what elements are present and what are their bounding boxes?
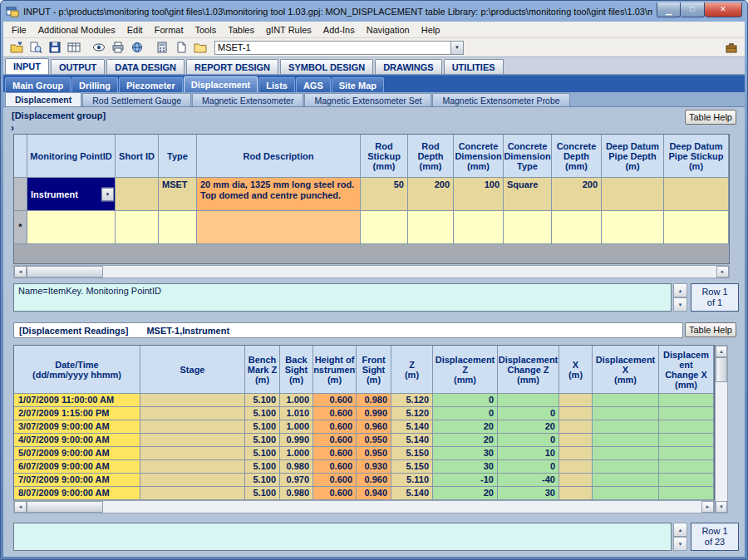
concrete-dimension-type-cell[interactable]: Square — [504, 178, 552, 211]
table-cell[interactable] — [593, 460, 659, 474]
tab-utilities[interactable]: UTILITIES — [444, 59, 504, 74]
spreadsheet-icon[interactable] — [65, 40, 83, 56]
table-cell[interactable]: 0 — [433, 394, 498, 407]
menu-edit[interactable]: Edit — [121, 23, 149, 37]
table-cell[interactable]: 1.000 — [280, 394, 313, 407]
table-cell[interactable] — [659, 394, 714, 407]
new-concrete-depth-cell[interactable] — [552, 211, 602, 244]
table-cell[interactable] — [593, 434, 659, 447]
rod-description-cell[interactable]: 20 mm dia, 1325 mm long steel rod. Top d… — [197, 178, 361, 211]
table-cell[interactable]: 0.600 — [313, 447, 357, 460]
table-cell[interactable] — [659, 434, 714, 447]
table-cell[interactable] — [659, 474, 714, 487]
menu-format[interactable]: Format — [149, 23, 189, 37]
tab-report-design[interactable]: REPORT DESIGN — [186, 59, 278, 74]
table-cell[interactable]: 0.950 — [357, 447, 391, 460]
table-cell[interactable] — [593, 487, 659, 500]
table-cell[interactable]: 0 — [498, 434, 559, 447]
readings-horizontal-scrollbar[interactable]: ◄ ► — [13, 500, 715, 513]
new-deep-datum-pipe-stickup-cell[interactable] — [664, 211, 729, 244]
scroll-down-icon[interactable]: ▼ — [716, 501, 727, 513]
table-cell[interactable]: 30 — [433, 460, 498, 474]
table-cell[interactable]: 0.960 — [357, 420, 391, 434]
menu-help[interactable]: Help — [416, 23, 446, 37]
tab-piezometer[interactable]: Piezometer — [119, 77, 183, 92]
table-cell[interactable]: 20 — [498, 420, 559, 434]
table-cell[interactable] — [559, 447, 593, 460]
table-cell[interactable]: 5.100 — [245, 407, 280, 420]
spin-down-icon[interactable]: ▼ — [673, 297, 687, 312]
table-cell[interactable]: 1/07/2009 11:00:00 AM — [14, 394, 140, 407]
table-cell[interactable]: 10 — [498, 447, 559, 460]
tab-displacement[interactable]: Displacement — [184, 76, 258, 92]
tab-ags[interactable]: AGS — [296, 77, 331, 92]
table-cell[interactable]: 5.140 — [391, 487, 433, 500]
table-cell[interactable]: 0.990 — [280, 434, 313, 447]
table-cell[interactable] — [140, 407, 245, 420]
table-cell[interactable]: -40 — [498, 474, 559, 487]
table-cell[interactable] — [559, 460, 593, 474]
table-cell[interactable]: 0.600 — [313, 407, 357, 420]
table-cell[interactable]: 20 — [433, 420, 498, 434]
briefcase-icon[interactable] — [722, 40, 741, 56]
scroll-left-icon[interactable]: ◄ — [14, 266, 27, 278]
table-cell[interactable]: 0.950 — [357, 434, 391, 447]
subtab-displacement[interactable]: Displacement — [5, 92, 81, 106]
table-cell[interactable] — [559, 434, 593, 447]
point-id-combobox[interactable]: MSET-1 ▼ — [214, 41, 464, 55]
menu-navigation[interactable]: Navigation — [361, 23, 416, 37]
concrete-dimension-cell[interactable]: 100 — [454, 178, 504, 211]
scroll-left-icon[interactable]: ◄ — [14, 501, 27, 513]
table-cell[interactable] — [559, 487, 593, 500]
minimize-button[interactable]: ▁ — [657, 2, 681, 17]
table-cell[interactable]: 0.940 — [357, 487, 391, 500]
subtab-magnetic-extensometer[interactable]: Magnetic Extensometer — [192, 93, 303, 106]
table-cell[interactable]: 1.010 — [280, 407, 313, 420]
tab-symbol-design[interactable]: SYMBOL DESIGN — [280, 59, 373, 74]
table-cell[interactable]: 30 — [433, 447, 498, 460]
table-cell[interactable] — [659, 460, 714, 474]
table-cell[interactable] — [140, 460, 245, 474]
readings-vertical-scrollbar[interactable]: ▲ ▼ — [715, 345, 728, 513]
table-cell[interactable]: 0.600 — [313, 487, 357, 500]
table-cell[interactable]: 5.150 — [391, 447, 433, 460]
table-cell[interactable]: 0.600 — [313, 460, 357, 474]
table-cell[interactable]: 6/07/2009 9:00:00 AM — [14, 460, 140, 474]
table-cell[interactable]: 5.100 — [245, 460, 280, 474]
table-cell[interactable]: 0.980 — [357, 394, 391, 407]
table-cell[interactable]: 0 — [498, 407, 559, 420]
table-cell[interactable] — [140, 434, 245, 447]
table-cell[interactable] — [593, 394, 659, 407]
preview-eye-icon[interactable] — [90, 40, 108, 56]
close-button[interactable]: ✕ — [705, 2, 742, 17]
table-cell[interactable] — [593, 407, 659, 420]
table-cell[interactable]: 0.600 — [313, 394, 357, 407]
tab-data-design[interactable]: DATA DESIGN — [106, 59, 185, 74]
open-file-icon[interactable] — [191, 40, 209, 56]
table-cell[interactable]: 0.600 — [313, 474, 357, 487]
table-cell[interactable]: 5.150 — [391, 460, 433, 474]
menu-gint-rules[interactable]: gINT Rules — [260, 23, 317, 37]
type-cell[interactable]: MSET — [159, 178, 197, 211]
table-cell[interactable]: 0.600 — [313, 434, 357, 447]
new-rod-stickup-cell[interactable] — [361, 211, 408, 244]
maximize-button[interactable]: □ — [681, 2, 705, 17]
scroll-right-icon[interactable]: ► — [701, 501, 714, 513]
table-cell[interactable]: 1.000 — [280, 420, 313, 434]
menu-additional-modules[interactable]: Additional Modules — [32, 23, 121, 37]
table-help-button[interactable]: Table Help — [685, 110, 736, 125]
new-short-id-cell[interactable] — [116, 211, 159, 244]
subtab-rod-settlement-gauge[interactable]: Rod Settlement Gauge — [82, 93, 191, 106]
scrollbar-thumb[interactable] — [716, 357, 727, 382]
table-cell[interactable] — [140, 420, 245, 434]
table-cell[interactable]: 30 — [498, 487, 559, 500]
table-cell[interactable]: 0.930 — [357, 460, 391, 474]
menu-tools[interactable]: Tools — [189, 23, 223, 37]
new-concrete-dimension-type-cell[interactable] — [504, 211, 552, 244]
titlebar[interactable]: INPUT - p:\products\monitoring tool\gint… — [1, 1, 747, 22]
calculator-icon[interactable] — [153, 40, 171, 56]
table-cell[interactable] — [140, 487, 245, 500]
table-cell[interactable] — [593, 474, 659, 487]
combobox-dropdown-icon[interactable]: ▼ — [450, 42, 463, 54]
menu-add-ins[interactable]: Add-Ins — [317, 23, 361, 37]
